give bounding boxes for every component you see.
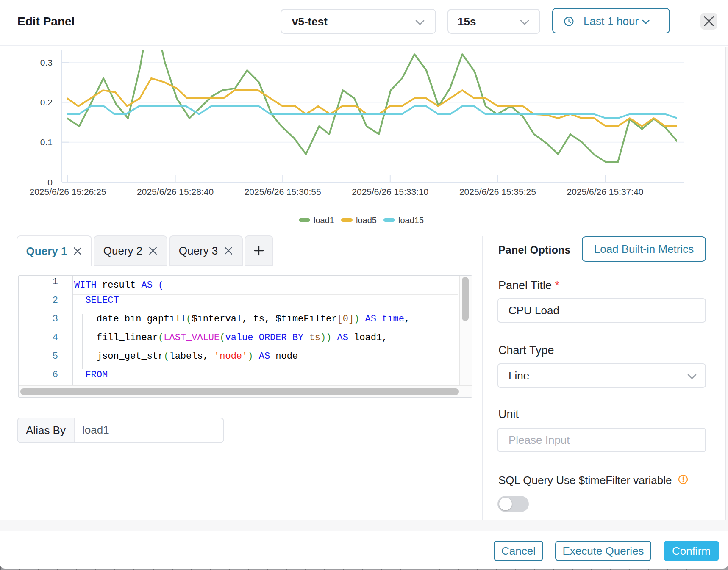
svg-text:0.3: 0.3 [40, 58, 53, 67]
svg-text:2025/6/26 15:28:40: 2025/6/26 15:28:40 [137, 187, 214, 196]
svg-text:load15: load15 [398, 216, 424, 225]
svg-text:load5: load5 [356, 216, 377, 225]
svg-text:0.1: 0.1 [40, 137, 53, 147]
svg-text:0: 0 [47, 177, 53, 187]
svg-text:load1: load1 [314, 216, 334, 225]
svg-text:2025/6/26 15:30:55: 2025/6/26 15:30:55 [245, 187, 321, 196]
svg-text:2025/6/26 15:37:40: 2025/6/26 15:37:40 [567, 187, 643, 196]
svg-text:2025/6/26 15:33:10: 2025/6/26 15:33:10 [352, 187, 428, 196]
svg-text:2025/6/26 15:26:25: 2025/6/26 15:26:25 [29, 187, 106, 196]
svg-text:2025/6/26 15:35:25: 2025/6/26 15:35:25 [459, 187, 536, 196]
svg-text:0.2: 0.2 [40, 97, 53, 107]
